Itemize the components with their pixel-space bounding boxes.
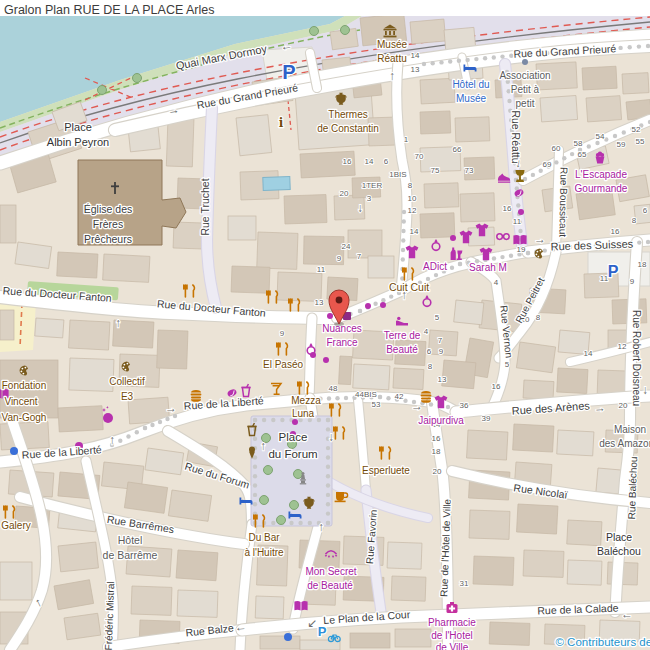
building <box>0 205 16 243</box>
building <box>424 183 459 208</box>
oneway-arrow-icon: ↑ <box>115 316 121 330</box>
house-number: 9 <box>280 329 285 338</box>
tree-icon <box>341 26 350 35</box>
building <box>176 550 218 581</box>
building <box>523 380 554 400</box>
building <box>236 115 272 156</box>
route-dot <box>483 56 487 60</box>
building <box>69 358 114 392</box>
page-title: Gralon Plan RUE DE LA PLACE Arles <box>0 2 215 18</box>
house-number: 16 <box>611 227 620 236</box>
route-dot <box>402 210 406 214</box>
poi-cuit-cuit: Cuit Cuit <box>389 281 429 293</box>
building <box>58 406 103 432</box>
house-number: 75 <box>431 166 440 175</box>
house-number: 14 <box>410 227 419 236</box>
house-number: 13 <box>438 375 447 384</box>
route-dot <box>358 309 362 313</box>
building <box>516 342 555 373</box>
house-number: 73 <box>465 166 474 175</box>
poi-du-bar-a-l-huitre: Du Bar <box>248 532 280 543</box>
building <box>540 95 578 121</box>
house-number: 16 <box>432 434 441 443</box>
house-number: 9 <box>337 254 342 263</box>
route-dot <box>500 255 504 259</box>
building <box>420 111 451 134</box>
street-rue-robert-doisneau: Rue Robert Doisneau <box>631 310 642 406</box>
building <box>157 330 188 369</box>
building <box>166 118 194 167</box>
building <box>58 542 99 572</box>
poi-musee-reattu: Réattu <box>377 53 406 64</box>
route-dot <box>165 417 169 421</box>
oneway-arrow-icon: → <box>534 232 546 246</box>
tree-icon <box>310 27 319 36</box>
building <box>257 232 298 269</box>
poi-pharmacie-hotel-de-ville: Pharmacie <box>428 617 476 628</box>
poi-dot-icon <box>10 447 18 455</box>
building <box>557 430 594 456</box>
building <box>69 320 110 350</box>
poi-hotel-du-musee: Musée <box>456 93 486 104</box>
oneway-arrow-icon: ↙ <box>307 616 317 630</box>
house-number: 20 <box>433 467 442 476</box>
house-number: 53 <box>372 400 381 409</box>
house-number: 11 <box>513 217 522 226</box>
attribution-link[interactable]: © Contributeurs de OpenStreetMap <box>555 636 650 648</box>
poi-thermes-de-constantin: Thermes <box>328 109 367 120</box>
route-dot <box>253 483 257 487</box>
route-dot <box>335 396 339 400</box>
poi-mon-secret-de-beaute: Mon Secret <box>305 566 356 577</box>
poi-mon-secret-de-beaute: de Beauté <box>307 580 353 591</box>
building <box>300 640 340 650</box>
house-number: 6 <box>427 347 432 356</box>
route-dot <box>646 44 650 48</box>
building <box>442 360 476 389</box>
route-dot <box>253 493 257 497</box>
poi-dot-icon <box>323 357 329 363</box>
poi-l-escapade-gourmande: L'Escapade <box>575 169 627 180</box>
house-number: 6 <box>384 157 389 166</box>
poi-du-bar-a-l-huitre: à l'Huitre <box>244 547 284 558</box>
map-screenshot: Gralon Plan RUE DE LA PLACE Arles <box>0 0 650 650</box>
route-dot <box>308 521 312 525</box>
poi-sarah-m: Sarah M <box>469 262 507 273</box>
route-dot <box>326 418 330 422</box>
house-number: 14 <box>584 349 593 358</box>
route-dot <box>271 418 275 422</box>
house-number: 36 <box>460 401 469 410</box>
building <box>348 230 382 258</box>
tree-icon <box>294 470 303 479</box>
route-dot <box>326 502 330 506</box>
house-number: 8 <box>536 313 541 322</box>
place-balechou: Baléchou <box>597 545 641 557</box>
house-number: 12 <box>408 206 417 215</box>
oneway-arrow-icon: ← <box>621 607 633 621</box>
building <box>420 78 455 104</box>
building <box>168 490 211 521</box>
house-number: 70 <box>415 152 424 161</box>
tree-icon <box>133 74 142 83</box>
route-dot <box>457 59 461 63</box>
building <box>469 510 510 539</box>
route-dot <box>326 483 330 487</box>
route-dot <box>431 61 435 65</box>
building <box>260 636 300 649</box>
poi-dot-icon <box>284 633 292 641</box>
tree-icon <box>260 496 269 505</box>
building <box>391 576 426 601</box>
route-dot <box>646 240 650 244</box>
route-dot <box>381 298 385 302</box>
info-label: i <box>279 116 284 130</box>
poi-musee-reattu: Musée <box>377 39 407 50</box>
house-number: 60 <box>552 144 561 153</box>
poi-dot-icon <box>380 302 386 308</box>
place-balechou: Place <box>606 531 632 543</box>
house-number: 66 <box>453 145 462 154</box>
route-dot <box>531 173 535 177</box>
building <box>513 424 554 452</box>
building <box>57 252 98 278</box>
route-dot <box>604 137 608 141</box>
building <box>350 633 390 648</box>
building <box>339 356 352 385</box>
